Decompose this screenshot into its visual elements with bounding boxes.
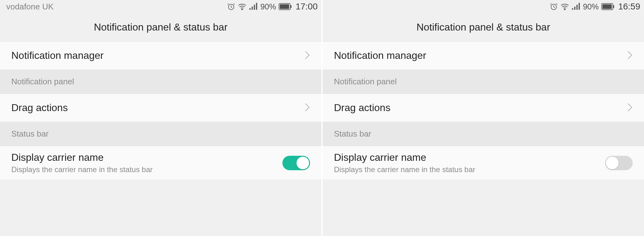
item-label: Display carrier name [11,152,153,163]
toggle-display-carrier[interactable] [282,156,310,170]
svg-rect-7 [290,5,291,8]
status-bar: 90% 16:59 [323,0,644,13]
item-label: Display carrier name [334,152,475,163]
svg-rect-2 [249,8,251,10]
chevron-right-icon [627,103,633,113]
carrier-label: vodafone UK [6,2,53,12]
item-notification-manager[interactable]: Notification manager [0,42,321,70]
toggle-knob [606,157,619,169]
chevron-right-icon [304,50,310,61]
status-icons: 90% 17:00 [227,2,318,12]
item-display-carrier-name[interactable]: Display carrier name Displays the carrie… [0,146,321,180]
settings-list: Notification manager Notification panel … [323,42,644,180]
signal-icon [572,3,580,10]
section-notification-panel: Notification panel [0,70,321,94]
battery-icon [279,3,292,10]
svg-rect-16 [613,5,614,8]
settings-list: Notification manager Notification panel … [0,42,321,180]
status-icons: 90% 16:59 [550,2,640,12]
svg-rect-4 [254,5,255,10]
svg-rect-8 [280,4,289,9]
item-subtitle: Displays the carrier name in the status … [334,165,475,174]
section-notification-panel: Notification panel [323,70,644,94]
item-notification-manager[interactable]: Notification manager [323,42,644,70]
item-display-carrier-name[interactable]: Display carrier name Displays the carrie… [323,146,644,180]
status-time: 17:00 [296,2,318,12]
phone-screen-right: 90% 16:59 Notification panel & status ba… [322,0,644,236]
chevron-right-icon [627,50,633,61]
wifi-icon [560,3,569,11]
item-subtitle: Displays the carrier name in the status … [11,165,153,174]
section-status-bar: Status bar [0,122,321,146]
battery-icon [601,3,614,10]
svg-rect-13 [576,5,578,10]
item-label: Drag actions [334,102,391,114]
svg-rect-11 [572,8,573,10]
signal-icon [249,3,258,10]
page-header: Notification panel & status bar [323,13,644,42]
status-bar: vodafone UK [0,0,321,13]
page-header: Notification panel & status bar [0,13,321,42]
item-label: Notification manager [334,50,426,61]
wifi-icon [238,3,247,11]
toggle-display-carrier[interactable] [605,156,633,170]
svg-rect-14 [579,3,580,10]
svg-rect-5 [256,3,257,10]
section-status-bar: Status bar [323,122,644,146]
item-drag-actions[interactable]: Drag actions [323,94,644,122]
svg-point-1 [242,9,242,10]
phone-screen-left: vodafone UK [0,0,322,236]
svg-rect-3 [252,7,253,10]
alarm-icon [550,3,558,11]
item-label: Notification manager [11,50,103,61]
page-title: Notification panel & status bar [416,21,550,33]
chevron-right-icon [304,103,310,113]
status-time: 16:59 [618,2,640,12]
battery-percent: 90% [583,2,599,11]
item-label: Drag actions [11,102,68,114]
item-text-column: Display carrier name Displays the carrie… [11,152,153,174]
svg-point-10 [564,9,565,10]
svg-rect-17 [602,4,612,9]
battery-percent: 90% [260,2,276,11]
svg-rect-12 [574,7,575,10]
alarm-icon [227,3,235,11]
item-drag-actions[interactable]: Drag actions [0,94,321,122]
page-title: Notification panel & status bar [94,21,227,33]
item-text-column: Display carrier name Displays the carrie… [334,152,475,174]
toggle-knob [297,157,309,169]
